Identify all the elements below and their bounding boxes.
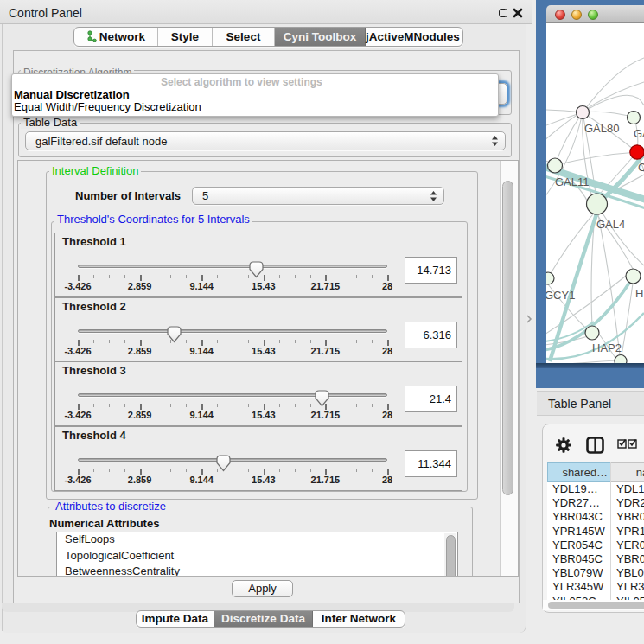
svg-text:H: H [635, 287, 643, 300]
svg-text:GAL4: GAL4 [596, 218, 625, 231]
svg-text:GAL11: GAL11 [555, 175, 590, 188]
svg-text:GA: GA [634, 127, 644, 140]
svg-text:GCY1: GCY1 [546, 289, 575, 302]
svg-text:HAP2: HAP2 [592, 341, 622, 354]
svg-text:C: C [638, 161, 644, 174]
svg-text:GAL80: GAL80 [584, 122, 619, 135]
